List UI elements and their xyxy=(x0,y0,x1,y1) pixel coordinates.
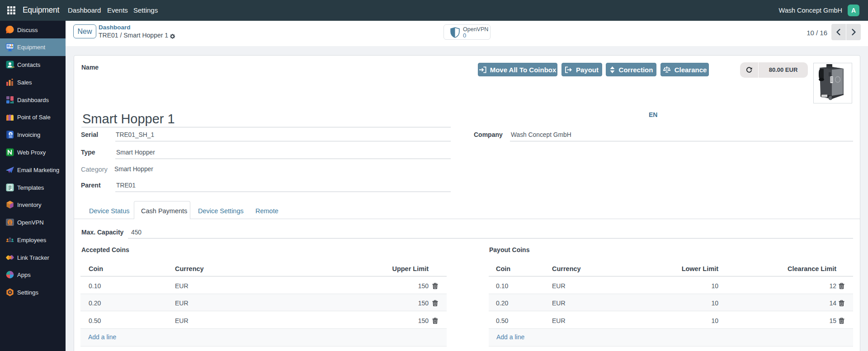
svg-text:$: $ xyxy=(9,132,12,136)
svg-text:OPEN: OPEN xyxy=(8,224,12,226)
